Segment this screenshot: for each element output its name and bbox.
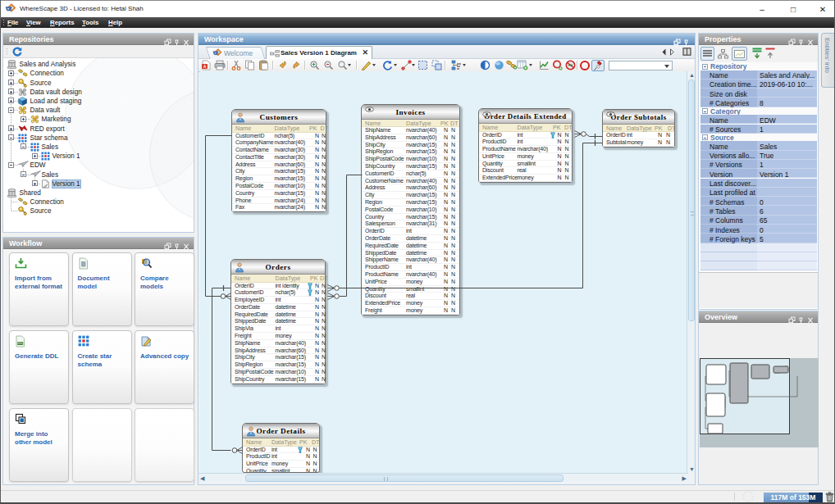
- svg-text:DDL: DDL: [17, 342, 23, 345]
